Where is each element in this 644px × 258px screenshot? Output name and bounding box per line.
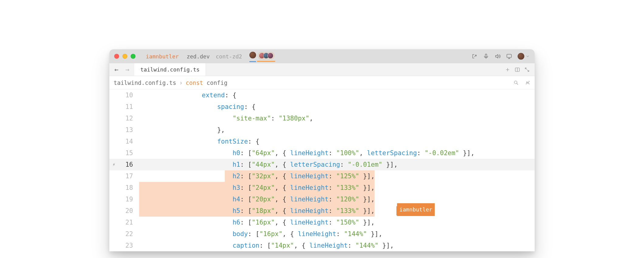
line-number[interactable]: 22 — [109, 228, 137, 240]
nav-forward-button[interactable]: → — [123, 65, 132, 74]
line-number[interactable]: 10 — [109, 89, 137, 101]
line-number[interactable]: 11 — [109, 101, 137, 113]
file-tab-label: tailwind.config.ts — [140, 66, 200, 73]
collaborator-group[interactable] — [258, 52, 274, 61]
avatar-icon — [267, 53, 273, 59]
code-line[interactable]: 23 caption: ["14px", { lineHeight: "144%… — [109, 240, 535, 251]
code-line[interactable]: 19 h4: ["20px", { lineHeight: "120%" }], — [109, 194, 535, 205]
code-editor[interactable]: 10 extend: {11 spacing: {12 "site-max": … — [109, 89, 535, 251]
code-content[interactable]: fontSize: { — [139, 136, 535, 147]
avatar-icon — [249, 52, 256, 58]
remote-cursor-label: iamnbutler — [397, 203, 435, 216]
code-content[interactable]: }, — [139, 124, 535, 136]
nav-arrows: ← → — [109, 63, 134, 76]
svg-rect-1 — [507, 54, 512, 58]
line-number[interactable]: 18 — [109, 182, 137, 194]
svg-point-3 — [514, 81, 517, 84]
window-controls — [114, 54, 135, 59]
speaker-icon[interactable] — [495, 53, 501, 59]
code-content[interactable]: body: ["16px", { lineHeight: "144%" }], — [139, 228, 535, 240]
code-line[interactable]: 13 }, — [109, 124, 535, 136]
code-line[interactable]: 14 fontSize: { — [109, 136, 535, 147]
file-tab[interactable]: tailwind.config.ts — [134, 63, 206, 76]
code-line[interactable]: 17 h2: ["32px", { lineHeight: "125%" }], — [109, 170, 535, 182]
editor-window: iamnbutler zed.dev cont-zd2 — [109, 49, 535, 251]
code-content[interactable]: caption: ["14px", { lineHeight: "144%" }… — [139, 240, 535, 251]
line-number[interactable]: 13 — [109, 124, 137, 136]
avatar-icon — [518, 53, 524, 60]
tab-bar-actions — [500, 63, 535, 76]
tab-bar: ← → tailwind.config.ts — [109, 63, 535, 76]
breadcrumb: tailwind.config.ts › const config — [109, 76, 535, 89]
microphone-icon[interactable] — [483, 53, 489, 59]
maximize-icon[interactable] — [524, 67, 530, 72]
code-line[interactable]: 21 h6: ["16px", { lineHeight: "150%" }], — [109, 217, 535, 228]
minimize-window-button[interactable] — [122, 54, 127, 59]
line-number[interactable]: 15 — [109, 147, 137, 159]
new-tab-icon[interactable] — [505, 67, 510, 72]
leave-call-icon[interactable] — [471, 53, 478, 59]
breadcrumb-symbol[interactable]: const config — [186, 79, 227, 86]
breadcrumb-separator: › — [179, 79, 183, 86]
chevron-down-icon — [526, 54, 530, 58]
code-content[interactable]: "site-max": "1380px", — [139, 113, 535, 124]
collaborator-avatars — [249, 52, 274, 61]
titlebar-branch[interactable]: cont-zd2 — [216, 53, 242, 60]
search-icon[interactable] — [513, 80, 519, 85]
nav-back-button[interactable]: ← — [112, 65, 121, 74]
close-window-button[interactable] — [114, 54, 119, 59]
code-action-icon[interactable]: ⚡ — [112, 159, 115, 170]
titlebar-project[interactable]: zed.dev — [187, 53, 210, 60]
svg-point-4 — [529, 81, 529, 82]
line-number[interactable]: 20 — [109, 205, 137, 217]
code-line[interactable]: ⚡16 h1: ["44px", { letterSpacing: "-0.01… — [109, 159, 535, 170]
screen-share-icon[interactable] — [506, 53, 512, 59]
code-line[interactable]: 11 spacing: { — [109, 101, 535, 113]
code-line[interactable]: 15 h0: ["64px", { lineHeight: "100%", le… — [109, 147, 535, 159]
code-content[interactable]: extend: { — [139, 89, 535, 101]
split-pane-icon[interactable] — [515, 67, 520, 72]
line-number[interactable]: 21 — [109, 217, 137, 228]
code-line[interactable]: 10 extend: { — [109, 89, 535, 101]
line-number[interactable]: 23 — [109, 240, 137, 251]
titlebar-actions — [471, 53, 530, 60]
code-content[interactable]: h6: ["16px", { lineHeight: "150%" }], — [139, 217, 535, 228]
line-number[interactable]: 17 — [109, 170, 137, 182]
titlebar: iamnbutler zed.dev cont-zd2 — [109, 49, 535, 63]
code-line[interactable]: 18 h3: ["24px", { lineHeight: "133%" }], — [109, 182, 535, 194]
zoom-window-button[interactable] — [131, 54, 135, 59]
code-content[interactable]: h4: ["20px", { lineHeight: "120%" }], — [139, 194, 535, 205]
line-number[interactable]: ⚡16 — [109, 159, 137, 170]
code-line[interactable]: 12 "site-max": "1380px", — [109, 113, 535, 124]
line-number[interactable]: 12 — [109, 113, 137, 124]
code-content[interactable]: h2: ["32px", { lineHeight: "125%" }], — [139, 170, 535, 182]
code-line[interactable]: 20 h5: ["18px", { lineHeight: "133%" }],… — [109, 205, 535, 217]
code-content[interactable]: h3: ["24px", { lineHeight: "133%" }], — [139, 182, 535, 194]
svg-rect-0 — [485, 54, 487, 57]
line-number[interactable]: 19 — [109, 194, 137, 205]
assistant-icon[interactable] — [525, 80, 530, 85]
code-content[interactable]: spacing: { — [139, 101, 535, 113]
titlebar-user[interactable]: iamnbutler — [146, 53, 179, 60]
code-content[interactable]: h5: ["18px", { lineHeight: "133%" }],iam… — [139, 205, 535, 217]
code-content[interactable]: h0: ["64px", { lineHeight: "100%", lette… — [139, 147, 535, 159]
breadcrumb-file[interactable]: tailwind.config.ts — [114, 79, 176, 86]
collaborator-1[interactable] — [249, 52, 256, 61]
line-number[interactable]: 14 — [109, 136, 137, 147]
current-user-menu[interactable] — [518, 53, 530, 60]
code-content[interactable]: h1: ["44px", { letterSpacing: "-0.01em" … — [139, 159, 535, 170]
code-line[interactable]: 22 body: ["16px", { lineHeight: "144%" }… — [109, 228, 535, 240]
